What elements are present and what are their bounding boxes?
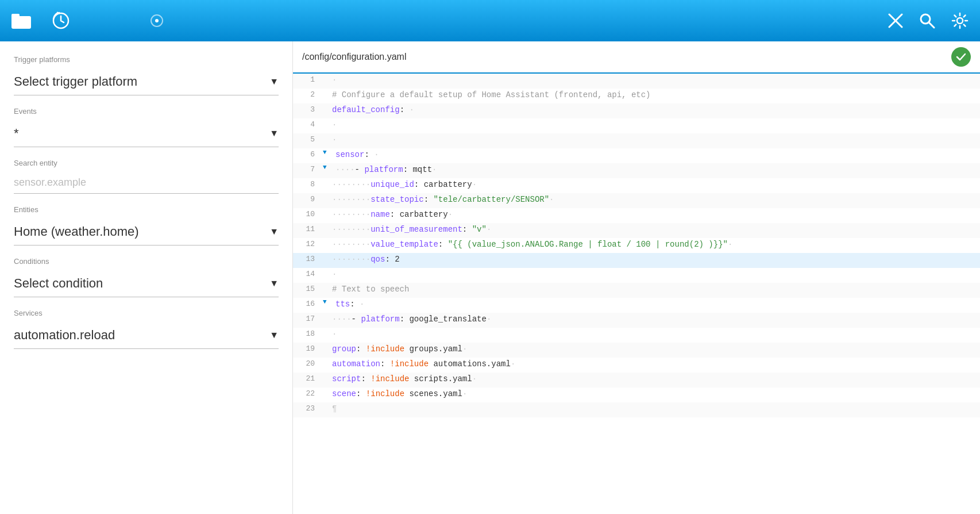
code-line-20: 20automation: !include automations.yaml· [293, 358, 980, 373]
line-number: 14 [293, 268, 322, 279]
code-line-3: 3default_config: · [293, 103, 980, 118]
entities-value: Home (weather.home) [14, 224, 139, 239]
code-line-7: 7▼····- platform: mqtt· [293, 163, 980, 178]
entities-dropdown[interactable]: Home (weather.home) ▼ [14, 220, 279, 246]
line-number: 18 [293, 328, 322, 339]
line-content: # Configure a default setup of Home Assi… [329, 89, 980, 101]
events-dropdown-arrow: ▼ [269, 128, 279, 139]
code-line-10: 10········name: carbattery· [293, 208, 980, 223]
right-panel: /config/configuration.yaml 1·2# Configur… [293, 41, 980, 514]
line-number: 1 [293, 74, 322, 85]
code-line-17: 17····- platform: google_translate· [293, 313, 980, 328]
code-line-15: 15# Text to speech [293, 283, 980, 298]
top-bar [0, 0, 980, 41]
line-number: 11 [293, 224, 322, 235]
line-number: 8 [293, 179, 322, 190]
code-line-2: 2# Configure a default setup of Home Ass… [293, 89, 980, 103]
line-number: 19 [293, 343, 322, 354]
svg-point-8 [957, 18, 963, 24]
line-number: 15 [293, 283, 322, 294]
line-content: ········unit_of_measurement: "v"· [329, 224, 980, 235]
code-line-19: 19group: !include groups.yaml· [293, 343, 980, 358]
line-number: 17 [293, 313, 322, 324]
line-number: 3 [293, 104, 322, 115]
code-line-21: 21script: !include scripts.yaml· [293, 373, 980, 388]
line-content: sensor: · [332, 149, 980, 160]
trigger-dropdown-arrow: ▼ [269, 76, 279, 87]
conditions-dropdown[interactable]: Select condition ▼ [14, 271, 279, 297]
line-number: 20 [293, 358, 322, 369]
services-section-label: Services [14, 309, 279, 317]
entities-section-label: Entities [14, 205, 279, 214]
check-icon [951, 47, 971, 67]
code-line-5: 5· [293, 133, 980, 148]
line-number: 10 [293, 209, 322, 220]
line-content: ····- platform: mqtt· [332, 164, 980, 175]
fold-icon[interactable]: ▼ [323, 164, 330, 171]
conditions-dropdown-label: Select condition [14, 276, 103, 291]
conditions-dropdown-arrow: ▼ [269, 278, 279, 289]
line-content: · [329, 268, 980, 280]
code-line-8: 8········unique_id: carbattery· [293, 178, 980, 193]
line-number: 4 [293, 119, 322, 130]
code-line-12: 12········value_template: "{{ (value_jso… [293, 238, 980, 253]
folder-icon[interactable] [11, 13, 31, 29]
line-number: 16 [293, 298, 322, 309]
events-section-label: Events [14, 107, 279, 116]
line-content: ····- platform: google_translate· [329, 313, 980, 325]
svg-rect-1 [11, 14, 20, 18]
events-dropdown[interactable]: * ▼ [14, 121, 279, 147]
search-entity-section: Search entity [14, 159, 279, 194]
search-icon[interactable] [919, 13, 935, 29]
code-line-14: 14· [293, 268, 980, 283]
search-entity-input[interactable] [14, 177, 279, 189]
services-dropdown[interactable]: automation.reload ▼ [14, 323, 279, 349]
main-content: Trigger platforms Select trigger platfor… [0, 41, 980, 514]
file-path: /config/configuration.yaml [302, 52, 946, 62]
settings-icon[interactable] [951, 12, 969, 29]
line-content: scene: !include scenes.yaml· [329, 388, 980, 400]
line-content: ········name: carbattery· [329, 209, 980, 220]
editor-header: /config/configuration.yaml [293, 41, 980, 74]
line-content: ········unique_id: carbattery· [329, 179, 980, 190]
close-icon[interactable] [888, 13, 903, 28]
fold-icon[interactable]: ▼ [323, 149, 330, 156]
line-content: ········value_template: "{{ (value_json.… [329, 239, 980, 250]
line-number: 2 [293, 89, 322, 100]
code-line-18: 18· [293, 328, 980, 343]
services-value: automation.reload [14, 328, 115, 343]
svg-line-7 [929, 22, 934, 28]
code-line-22: 22scene: !include scenes.yaml· [293, 388, 980, 402]
line-number: 21 [293, 373, 322, 384]
line-number: 9 [293, 194, 322, 205]
line-number: 7 [293, 164, 322, 175]
trigger-dropdown[interactable]: Select trigger platform ▼ [14, 70, 279, 95]
trigger-dropdown-label: Select trigger platform [14, 74, 137, 89]
events-value: * [14, 126, 19, 141]
trigger-section-label: Trigger platforms [14, 55, 279, 64]
line-content: · [329, 134, 980, 145]
line-content: ········qos: 2 [329, 254, 980, 265]
code-area[interactable]: 1·2# Configure a default setup of Home A… [293, 74, 980, 514]
line-number: 23 [293, 403, 322, 414]
history-icon[interactable] [52, 11, 70, 30]
line-content: ········state_topic: "tele/carbattery/SE… [329, 194, 980, 205]
line-content: · [329, 119, 980, 131]
line-content: ¶ [329, 403, 980, 415]
fold-icon[interactable]: ▼ [323, 298, 330, 305]
left-panel: Trigger platforms Select trigger platfor… [0, 41, 293, 514]
code-line-1: 1· [293, 74, 980, 89]
line-content: · [329, 74, 980, 86]
code-line-13: 13········qos: 2 [293, 253, 980, 268]
code-line-16: 16▼tts: · [293, 298, 980, 313]
code-line-11: 11········unit_of_measurement: "v"· [293, 223, 980, 238]
line-content: default_config: · [329, 104, 980, 116]
line-content: tts: · [332, 298, 980, 310]
line-content: group: !include groups.yaml· [329, 343, 980, 355]
cursor-indicator [151, 14, 163, 27]
line-number: 13 [293, 254, 322, 264]
entities-dropdown-arrow: ▼ [269, 227, 279, 237]
line-number: 5 [293, 134, 322, 145]
line-number: 6 [293, 149, 322, 160]
line-number: 12 [293, 239, 322, 250]
